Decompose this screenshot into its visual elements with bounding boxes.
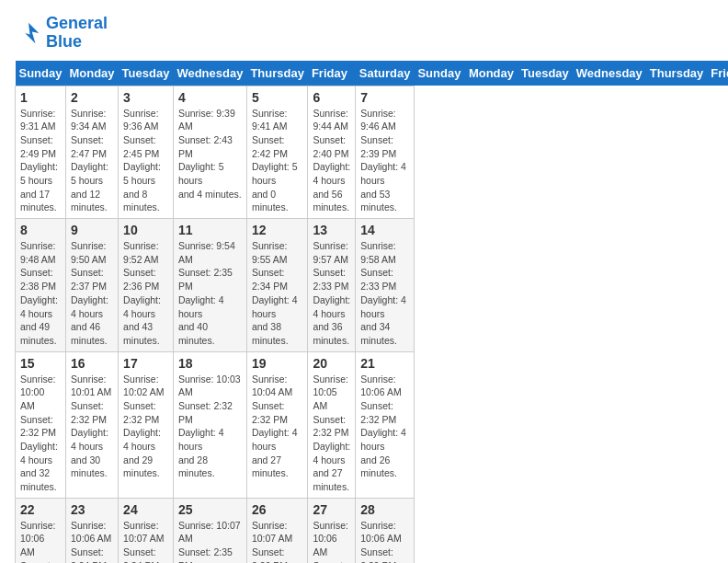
day-info: Sunrise: 9:34 AMSunset: 2:47 PMDaylight:… — [71, 107, 113, 215]
calendar-week-row: 15Sunrise: 10:00 AMSunset: 2:32 PMDaylig… — [16, 351, 729, 498]
calendar-day-cell: 19Sunrise: 10:04 AMSunset: 2:32 PMDaylig… — [246, 351, 308, 498]
day-number: 1 — [20, 90, 61, 105]
calendar-table: SundayMondayTuesdayWednesdayThursdayFrid… — [15, 61, 728, 563]
day-number: 8 — [20, 223, 61, 237]
weekday-header-wednesday: Wednesday — [573, 61, 646, 86]
calendar-day-cell: 6Sunrise: 9:44 AMSunset: 2:40 PMDaylight… — [308, 86, 356, 219]
day-info: Sunrise: 10:06 AMSunset: 2:32 PMDaylight… — [360, 373, 409, 481]
day-info: Sunrise: 9:36 AMSunset: 2:45 PMDaylight:… — [123, 107, 168, 215]
calendar-day-cell: 12Sunrise: 9:55 AMSunset: 2:34 PMDayligh… — [246, 219, 308, 352]
calendar-day-cell: 20Sunrise: 10:05 AMSunset: 2:32 PMDaylig… — [308, 351, 356, 498]
day-number: 15 — [20, 356, 61, 371]
day-number: 9 — [71, 223, 113, 237]
day-info: Sunrise: 10:06 AMSunset: 2:37 PMDaylight… — [313, 519, 350, 563]
calendar-day-cell: 1Sunrise: 9:31 AMSunset: 2:49 PMDaylight… — [16, 86, 66, 219]
calendar-day-cell: 9Sunrise: 9:50 AMSunset: 2:37 PMDaylight… — [65, 219, 118, 352]
header-sunday: Sunday — [16, 61, 66, 86]
day-info: Sunrise: 10:07 AMSunset: 2:34 PMDaylight… — [123, 519, 168, 563]
header-friday: Friday — [308, 61, 356, 86]
header-saturday: Saturday — [356, 61, 415, 86]
calendar-day-cell: 11Sunrise: 9:54 AMSunset: 2:35 PMDayligh… — [173, 219, 246, 352]
day-info: Sunrise: 9:41 AMSunset: 2:42 PMDaylight:… — [252, 107, 303, 215]
calendar-day-cell: 17Sunrise: 10:02 AMSunset: 2:32 PMDaylig… — [119, 351, 174, 498]
day-info: Sunrise: 10:06 AMSunset: 2:39 PMDaylight… — [360, 519, 409, 563]
day-number: 6 — [313, 90, 350, 105]
weekday-header-tuesday: Tuesday — [518, 61, 573, 86]
calendar-day-cell: 8Sunrise: 9:48 AMSunset: 2:38 PMDaylight… — [16, 219, 66, 352]
day-number: 12 — [252, 223, 303, 237]
header-monday: Monday — [65, 61, 118, 86]
calendar-day-cell: 13Sunrise: 9:57 AMSunset: 2:33 PMDayligh… — [308, 219, 356, 352]
day-info: Sunrise: 9:54 AMSunset: 2:35 PMDaylight:… — [178, 239, 242, 348]
calendar-day-cell: 4Sunrise: 9:39 AMSunset: 2:43 PMDaylight… — [173, 86, 246, 219]
day-info: Sunrise: 9:39 AMSunset: 2:43 PMDaylight:… — [178, 107, 242, 201]
svg-marker-0 — [25, 23, 39, 44]
day-number: 4 — [178, 90, 242, 105]
calendar-day-cell: 18Sunrise: 10:03 AMSunset: 2:32 PMDaylig… — [173, 351, 246, 498]
day-number: 7 — [360, 90, 409, 105]
calendar-week-row: 8Sunrise: 9:48 AMSunset: 2:38 PMDaylight… — [16, 219, 729, 352]
weekday-header-sunday: Sunday — [414, 61, 464, 86]
day-info: Sunrise: 9:48 AMSunset: 2:38 PMDaylight:… — [20, 239, 61, 348]
day-info: Sunrise: 10:02 AMSunset: 2:32 PMDaylight… — [123, 373, 168, 481]
day-number: 24 — [123, 502, 168, 517]
calendar-day-cell: 2Sunrise: 9:34 AMSunset: 2:47 PMDaylight… — [65, 86, 118, 219]
day-info: Sunrise: 9:50 AMSunset: 2:37 PMDaylight:… — [71, 239, 113, 348]
calendar-day-cell: 3Sunrise: 9:36 AMSunset: 2:45 PMDaylight… — [119, 86, 174, 219]
calendar-day-cell: 5Sunrise: 9:41 AMSunset: 2:42 PMDaylight… — [246, 86, 308, 219]
day-number: 27 — [313, 502, 350, 517]
calendar-day-cell: 7Sunrise: 9:46 AMSunset: 2:39 PMDaylight… — [356, 86, 415, 219]
day-number: 17 — [123, 356, 168, 371]
weekday-header-friday: Friday — [707, 61, 728, 86]
day-info: Sunrise: 10:07 AMSunset: 2:36 PMDaylight… — [252, 519, 303, 563]
day-info: Sunrise: 10:06 AMSunset: 2:34 PMDaylight… — [71, 519, 113, 563]
day-info: Sunrise: 10:07 AMSunset: 2:35 PMDaylight… — [178, 519, 242, 563]
day-number: 28 — [360, 502, 409, 517]
day-number: 2 — [71, 90, 113, 105]
calendar-day-cell: 23Sunrise: 10:06 AMSunset: 2:34 PMDaylig… — [65, 498, 118, 563]
day-number: 21 — [360, 356, 409, 371]
day-info: Sunrise: 10:03 AMSunset: 2:32 PMDaylight… — [178, 373, 242, 481]
calendar-day-cell: 21Sunrise: 10:06 AMSunset: 2:32 PMDaylig… — [356, 351, 415, 498]
calendar-day-cell: 14Sunrise: 9:58 AMSunset: 2:33 PMDayligh… — [356, 219, 415, 352]
day-info: Sunrise: 10:01 AMSunset: 2:32 PMDaylight… — [71, 373, 113, 481]
day-number: 18 — [178, 356, 242, 371]
calendar-day-cell: 10Sunrise: 9:52 AMSunset: 2:36 PMDayligh… — [119, 219, 174, 352]
day-info: Sunrise: 9:57 AMSunset: 2:33 PMDaylight:… — [313, 239, 350, 348]
day-info: Sunrise: 9:52 AMSunset: 2:36 PMDaylight:… — [123, 239, 168, 348]
day-info: Sunrise: 9:58 AMSunset: 2:33 PMDaylight:… — [360, 239, 409, 348]
calendar-day-cell: 25Sunrise: 10:07 AMSunset: 2:35 PMDaylig… — [173, 498, 246, 563]
weekday-header-thursday: Thursday — [646, 61, 708, 86]
calendar-week-row: 22Sunrise: 10:06 AMSunset: 2:33 PMDaylig… — [16, 498, 729, 563]
calendar-header-row: SundayMondayTuesdayWednesdayThursdayFrid… — [16, 61, 729, 86]
calendar-day-cell: 26Sunrise: 10:07 AMSunset: 2:36 PMDaylig… — [246, 498, 308, 563]
logo: General Blue — [15, 15, 108, 52]
day-number: 26 — [252, 502, 303, 517]
day-info: Sunrise: 9:46 AMSunset: 2:39 PMDaylight:… — [360, 107, 409, 215]
logo-text: General Blue — [46, 15, 108, 52]
day-number: 23 — [71, 502, 113, 517]
calendar-day-cell: 24Sunrise: 10:07 AMSunset: 2:34 PMDaylig… — [119, 498, 174, 563]
calendar-day-cell: 16Sunrise: 10:01 AMSunset: 2:32 PMDaylig… — [65, 351, 118, 498]
calendar-day-cell: 22Sunrise: 10:06 AMSunset: 2:33 PMDaylig… — [16, 498, 66, 563]
day-info: Sunrise: 9:44 AMSunset: 2:40 PMDaylight:… — [313, 107, 350, 215]
weekday-header-monday: Monday — [465, 61, 518, 86]
calendar-day-cell: 27Sunrise: 10:06 AMSunset: 2:37 PMDaylig… — [308, 498, 356, 563]
day-number: 10 — [123, 223, 168, 237]
header-tuesday: Tuesday — [119, 61, 174, 86]
day-number: 25 — [178, 502, 242, 517]
day-number: 16 — [71, 356, 113, 371]
day-number: 5 — [252, 90, 303, 105]
header: General Blue — [15, 15, 713, 52]
day-info: Sunrise: 10:06 AMSunset: 2:33 PMDaylight… — [20, 519, 61, 563]
day-number: 20 — [313, 356, 350, 371]
day-number: 19 — [252, 356, 303, 371]
day-info: Sunrise: 9:31 AMSunset: 2:49 PMDaylight:… — [20, 107, 61, 215]
day-info: Sunrise: 9:55 AMSunset: 2:34 PMDaylight:… — [252, 239, 303, 348]
day-number: 14 — [360, 223, 409, 237]
day-number: 11 — [178, 223, 242, 237]
calendar-week-row: 1Sunrise: 9:31 AMSunset: 2:49 PMDaylight… — [16, 86, 729, 219]
calendar-day-cell: 28Sunrise: 10:06 AMSunset: 2:39 PMDaylig… — [356, 498, 415, 563]
day-number: 3 — [123, 90, 168, 105]
calendar-day-cell: 15Sunrise: 10:00 AMSunset: 2:32 PMDaylig… — [16, 351, 66, 498]
